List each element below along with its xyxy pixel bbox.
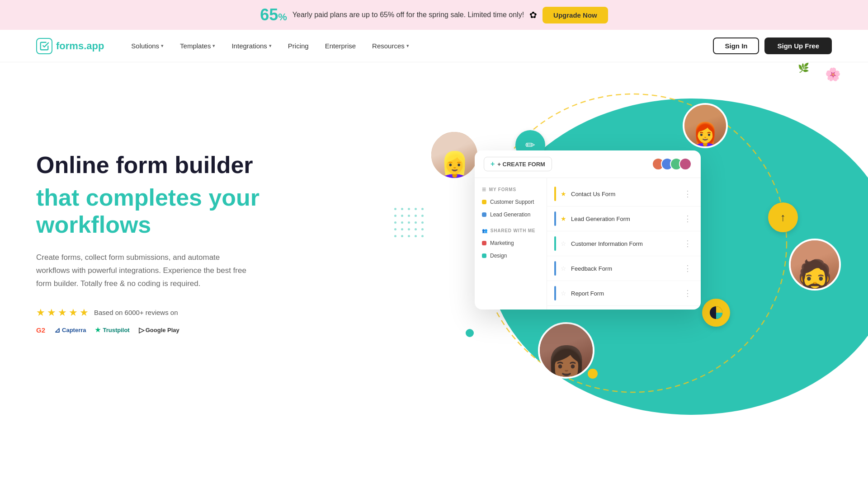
reviews-section: ★ ★ ★ ★ ★ Based on 6000+ reviews on G2 ⊿… [36,307,298,334]
more-options-icon[interactable]: ⋮ [682,263,693,273]
flower-decor-1: 🌸 [825,67,841,82]
star-3: ★ [58,307,67,319]
avatar-right-middle: 🧔 [789,239,841,291]
avatar-bottom-center: 👩🏾 [538,322,594,379]
logo-icon [36,38,52,54]
star-icon: ☆ [561,290,566,297]
navbar: forms.app Solutions ▾ Templates ▾ Integr… [0,30,868,62]
avatar-top-right: 👩‍🦰 [683,103,728,148]
sidebar-dot [482,200,486,204]
form-row[interactable]: ★ Lead Generation Form ⋮ [547,206,701,231]
sidebar-item-marketing[interactable]: Marketing [475,237,547,249]
orbit-dot-yellow-br [588,369,598,379]
star-rating: ★ ★ ★ ★ ★ [36,307,89,319]
hero-content: Online form builder that completes your … [36,152,298,334]
discount-percent: 65% [260,5,287,24]
grid-dots-left [393,207,425,238]
mini-avatar-4 [679,158,692,170]
plus-icon: + [491,160,495,168]
avatar-top-left: 👱‍♀️ [429,130,479,180]
shared-icon: 👥 [482,228,488,233]
form-color-bar [554,236,556,251]
nav-item-integrations[interactable]: Integrations ▾ [231,42,271,50]
chevron-down-icon: ▾ [161,43,164,49]
chevron-down-icon: ▾ [406,43,409,49]
form-color-bar [554,286,556,300]
form-list: ★ Contact Us Form ⋮ ★ Lead Generation Fo… [547,178,701,310]
capterra-badge: ⊿ Capterra [54,326,86,334]
hero-section: Online form builder that completes your … [0,62,868,415]
trustpilot-badge: ★ Trustpilot [95,326,129,333]
star-icon: ★ [561,215,566,222]
more-options-icon[interactable]: ⋮ [682,214,693,224]
sidebar-item-customer-support[interactable]: Customer Support [475,196,547,208]
sidebar-dot [482,212,486,217]
more-options-icon[interactable]: ⋮ [682,288,693,298]
chevron-down-icon: ▾ [269,43,272,49]
app-window: + + CREATE FORM ☰ MY FORMS [475,150,701,310]
signup-button[interactable]: Sign Up Free [764,38,832,54]
nav-right: Sign In Sign Up Free [713,38,832,54]
avatar-group [652,158,692,170]
app-sidebar: ☰ MY FORMS Customer Support Lead Generat… [475,178,547,310]
form-color-bar [554,211,556,226]
googleplay-badge: ▷ Google Play [139,326,179,334]
nav-links: Solutions ▾ Templates ▾ Integrations ▾ P… [131,42,713,50]
pie-chart-icon [709,305,723,320]
snowflake-icon: ✿ [529,9,537,20]
share-icon: ↑ [780,211,786,224]
app-window-header: + + CREATE FORM [475,150,701,178]
hero-title-line1: Online form builder [36,152,298,179]
nav-item-pricing[interactable]: Pricing [288,42,309,50]
form-row[interactable]: ☆ Feedback Form ⋮ [547,256,701,281]
review-text: Based on 6000+ reviews on [94,309,178,316]
sidebar-item-design[interactable]: Design [475,249,547,262]
banner-text: Yearly paid plans are up to 65% off for … [292,11,524,19]
chart-icon-circle [702,299,730,327]
form-row[interactable]: ☆ Customer Information Form ⋮ [547,231,701,256]
star-1: ★ [36,307,45,319]
forms-icon: ☰ [482,187,486,192]
promo-banner: 65% Yearly paid plans are up to 65% off … [0,0,868,30]
form-row[interactable]: ☆ Report Form ⋮ [547,281,701,306]
star-2: ★ [47,307,56,319]
g2-badge: G2 [36,326,45,334]
app-window-body: ☰ MY FORMS Customer Support Lead Generat… [475,178,701,310]
flower-decor-2: 🌿 [798,62,809,73]
logo[interactable]: forms.app [36,38,104,54]
form-row[interactable]: ★ Contact Us Form ⋮ [547,182,701,206]
nav-item-templates[interactable]: Templates ▾ [180,42,215,50]
nav-item-enterprise[interactable]: Enterprise [325,42,356,50]
sidebar-dot [482,253,486,258]
sidebar-item-lead-generation[interactable]: Lead Generation [475,208,547,221]
shared-with-me-section: 👥 SHARED WITH ME [475,226,547,237]
logo-text: forms.app [56,40,104,52]
chevron-down-icon: ▾ [212,43,215,49]
grid-dots-right [778,332,809,356]
sidebar-dot [482,241,486,245]
pencil-icon: ✏ [525,138,535,152]
more-options-icon[interactable]: ⋮ [682,189,693,199]
star-icon: ☆ [561,265,566,272]
my-forms-section: ☰ MY FORMS [475,185,547,196]
star-icon: ☆ [561,240,566,247]
nav-item-solutions[interactable]: Solutions ▾ [131,42,164,50]
hero-title-line2: that completes your workflows [36,184,298,239]
hero-description: Create forms, collect form submissions, … [36,251,253,291]
star-icon: ★ [561,190,566,197]
review-platforms: G2 ⊿ Capterra ★ Trustpilot ▷ Google Play [36,326,298,334]
form-color-bar [554,261,556,276]
create-form-button[interactable]: + + CREATE FORM [484,157,552,171]
share-icon-circle: ↑ [768,202,798,232]
orbit-dot-teal [466,329,474,337]
hero-illustration: 👱‍♀️ 👩‍🦰 🧔 👩🏾 ✏ ↑ [371,62,868,415]
signin-button[interactable]: Sign In [713,38,759,54]
more-options-icon[interactable]: ⋮ [682,239,693,249]
upgrade-button[interactable]: Upgrade Now [542,7,608,23]
nav-item-resources[interactable]: Resources ▾ [372,42,409,50]
form-color-bar [554,187,556,201]
star-5: ★ [80,307,89,319]
star-4: ★ [69,307,78,319]
